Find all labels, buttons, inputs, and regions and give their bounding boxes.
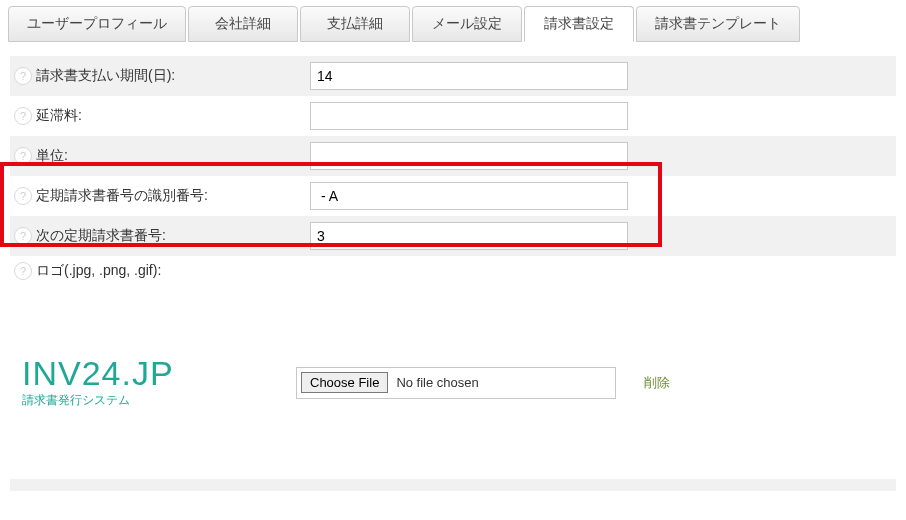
help-icon[interactable]: ? (14, 187, 32, 205)
tab-payment-details[interactable]: 支払詳細 (300, 6, 410, 42)
file-status-text: No file chosen (396, 375, 478, 390)
input-unit[interactable] (310, 142, 628, 170)
tab-invoice-template[interactable]: 請求書テンプレート (636, 6, 800, 42)
help-icon[interactable]: ? (14, 227, 32, 245)
row-logo: ? ロゴ(.jpg, .png, .gif): (10, 256, 896, 286)
label-logo: ロゴ(.jpg, .png, .gif): (36, 262, 310, 280)
row-recurring-id: ? 定期請求書番号の識別番号: (10, 176, 896, 216)
invoice-settings-form: ? 請求書支払い期間(日): ? 延滞料: ? 単位: ? 定期請求書番号の識別… (0, 42, 906, 286)
row-next-recurring: ? 次の定期請求書番号: (10, 216, 896, 256)
delete-logo-link[interactable]: 削除 (644, 374, 670, 392)
help-icon[interactable]: ? (14, 67, 32, 85)
logo-main-text: INV24.JP (22, 356, 296, 390)
label-recurring-id: 定期請求書番号の識別番号: (36, 187, 310, 205)
input-late-fee[interactable] (310, 102, 628, 130)
label-late-fee: 延滞料: (36, 107, 310, 125)
tab-company-details[interactable]: 会社詳細 (188, 6, 298, 42)
label-payment-period: 請求書支払い期間(日): (36, 67, 310, 85)
input-payment-period[interactable] (310, 62, 628, 90)
input-recurring-id[interactable] (310, 182, 628, 210)
tab-mail-settings[interactable]: メール設定 (412, 6, 522, 42)
bottom-bar (10, 479, 896, 491)
logo-sub-text: 請求書発行システム (22, 392, 296, 409)
help-icon[interactable]: ? (14, 147, 32, 165)
choose-file-button[interactable]: Choose File (301, 372, 388, 393)
file-input-wrapper[interactable]: Choose File No file chosen (296, 367, 616, 399)
label-unit: 単位: (36, 147, 310, 165)
row-late-fee: ? 延滞料: (10, 96, 896, 136)
tab-user-profile[interactable]: ユーザープロフィール (8, 6, 186, 42)
input-next-recurring[interactable] (310, 222, 628, 250)
help-icon[interactable]: ? (14, 107, 32, 125)
help-icon[interactable]: ? (14, 262, 32, 280)
logo-preview: INV24.JP 請求書発行システム (22, 356, 296, 409)
settings-tabs: ユーザープロフィール 会社詳細 支払詳細 メール設定 請求書設定 請求書テンプレ… (0, 0, 906, 42)
logo-upload-section: INV24.JP 請求書発行システム Choose File No file c… (0, 286, 906, 469)
row-unit: ? 単位: (10, 136, 896, 176)
label-next-recurring: 次の定期請求書番号: (36, 227, 310, 245)
tab-invoice-settings[interactable]: 請求書設定 (524, 6, 634, 42)
row-payment-period: ? 請求書支払い期間(日): (10, 56, 896, 96)
